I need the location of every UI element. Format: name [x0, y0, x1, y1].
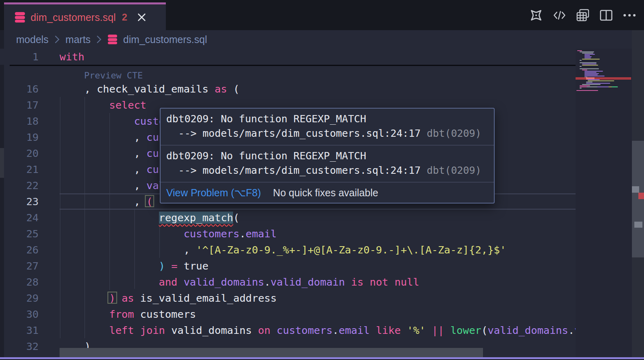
view-problem-link[interactable]: View Problem (⌥F8): [166, 187, 261, 199]
minimap-line: [576, 90, 598, 91]
query-results-icon[interactable]: [576, 8, 590, 23]
minimap[interactable]: [576, 49, 632, 360]
problem-location: --> models/marts/dim_customers.sql:24:17…: [166, 163, 488, 178]
minimap-line: [584, 76, 605, 76]
codelens-preview-cte[interactable]: Preview CTE: [84, 68, 143, 84]
tab-dim-customers[interactable]: dim_customers.sql 2: [4, 2, 166, 30]
minimap-line: [582, 59, 600, 60]
overview-ruler-mark: [632, 186, 639, 193]
database-icon: [107, 34, 118, 45]
minimap-error-line: [576, 77, 631, 80]
dbt-icon[interactable]: [529, 8, 543, 23]
horizontal-scrollbar-thumb[interactable]: [60, 348, 483, 357]
problem-code: dbt(0209): [427, 165, 481, 176]
problem-message: dbt0209: No function REGEXP_MATCH: [166, 149, 488, 163]
open-code-icon[interactable]: [552, 8, 567, 23]
line-number: 28: [0, 274, 39, 290]
problem-hover-tooltip: dbt0209: No function REGEXP_MATCH --> mo…: [160, 108, 495, 204]
line-number: 32: [0, 338, 39, 354]
vertical-scrollbar-thumb[interactable]: [632, 141, 644, 257]
database-icon: [14, 12, 25, 23]
overview-ruler-mark: [638, 193, 644, 199]
minimap-line: [584, 58, 591, 58]
more-actions-icon[interactable]: [622, 8, 637, 23]
line-number: 21: [0, 161, 39, 177]
code-editor[interactable]: 16 , check_valid_emails as (17 select18 …: [0, 49, 644, 360]
code-text: customers.email: [60, 226, 277, 242]
sticky-scroll-shadow: [10, 65, 576, 66]
tab-problem-badge: 2: [122, 12, 127, 23]
code-line[interactable]: 27 ) = true: [0, 258, 576, 274]
breadcrumb-file[interactable]: dim_customers.sql: [123, 34, 207, 45]
problem-entry: dbt0209: No function REGEXP_MATCH --> mo…: [161, 146, 494, 182]
sticky-scroll-line[interactable]: 1 with: [0, 49, 576, 65]
tooltip-action-bar: View Problem (⌥F8) No quick fixes availa…: [161, 183, 494, 203]
line-number: 16: [0, 81, 39, 97]
quick-fix-status: No quick fixes available: [273, 187, 378, 199]
split-editor-icon[interactable]: [599, 8, 613, 23]
minimap-line: [580, 51, 594, 52]
minimap-line: [584, 56, 592, 57]
vertical-scrollbar[interactable]: [632, 30, 644, 360]
problem-entry: dbt0209: No function REGEXP_MATCH --> mo…: [161, 109, 494, 145]
minimap-line: [584, 71, 603, 72]
line-number: 29: [0, 290, 39, 306]
breadcrumb: models marts dim_customers.sql: [0, 30, 632, 49]
line-number: 23: [0, 193, 39, 210]
tab-bar: dim_customers.sql 2: [0, 0, 644, 30]
minimap-line: [586, 83, 610, 84]
close-icon[interactable]: [136, 12, 147, 23]
breadcrumb-marts[interactable]: marts: [66, 34, 91, 45]
left-scrollbar-thumb[interactable]: [0, 148, 4, 178]
line-number: 26: [0, 242, 39, 258]
code-text: and valid_domains.valid_domain is not nu…: [60, 274, 419, 290]
minimap-line: [580, 66, 582, 67]
minimap-line: [582, 84, 601, 85]
code-line[interactable]: 26 , '^[A-Za-z0-9._%+-]+@[A-Za-z0-9.-]+\…: [0, 242, 576, 258]
line-number: 30: [0, 306, 39, 322]
minimap-line: [577, 50, 582, 51]
code-line[interactable]: 29 ) as is_valid_email_address: [0, 290, 576, 306]
minimap-line: [582, 53, 593, 53]
code-text: , (: [60, 193, 153, 210]
line-number: 27: [0, 258, 39, 274]
minimap-line: [582, 65, 598, 66]
minimap-line: [584, 55, 590, 56]
code-text: ) as is_valid_email_address: [60, 290, 277, 306]
code-text: left join valid_domains on customers.ema…: [60, 322, 644, 338]
chevron-right-icon: [54, 35, 60, 44]
minimap-line: [582, 64, 597, 64]
chevron-right-icon: [96, 35, 102, 44]
minimap-line: [584, 74, 598, 75]
code-text: select: [60, 97, 147, 113]
minimap-line: [584, 54, 595, 55]
minimap-line: [588, 80, 614, 81]
line-number: 20: [0, 145, 39, 161]
line-number: 1: [0, 49, 39, 65]
code-line[interactable]: 25 customers.email: [0, 226, 576, 242]
code-text: from customers: [60, 306, 196, 322]
minimap-line: [584, 73, 599, 74]
code-text: regexp_match(: [60, 210, 239, 226]
code-line[interactable]: 30 from customers: [0, 306, 576, 322]
tab-title: dim_customers.sql: [31, 12, 116, 23]
left-gutter-strip: [0, 30, 4, 360]
minimap-line: [586, 82, 592, 82]
breadcrumb-models[interactable]: models: [16, 34, 49, 45]
code-line[interactable]: 24 regexp_match(: [0, 210, 576, 226]
code-line[interactable]: 28 and valid_domains.valid_domain is not…: [0, 274, 576, 290]
line-number: 25: [0, 226, 39, 242]
code-line[interactable]: 31 left join valid_domains on customers.…: [0, 322, 576, 338]
code-text: , '^[A-Za-z0-9._%+-]+@[A-Za-z0-9.-]+\.[A…: [60, 242, 506, 258]
problem-message: dbt0209: No function REGEXP_MATCH: [166, 112, 488, 126]
minimap-line: [580, 86, 618, 87]
minimap-line: [580, 88, 582, 88]
problem-code: dbt(0209): [427, 128, 481, 139]
minimap-line: [580, 60, 582, 61]
line-number: 24: [0, 210, 39, 226]
sticky-code: with: [60, 49, 85, 65]
line-number: 22: [0, 177, 39, 193]
minimap-line: [580, 68, 599, 69]
editor-actions: [529, 8, 637, 23]
code-text: ) = true: [60, 258, 208, 274]
